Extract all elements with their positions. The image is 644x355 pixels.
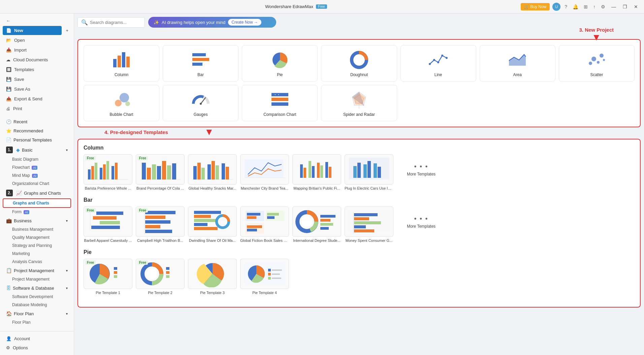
search-box[interactable]: 🔍 — [77, 17, 145, 28]
templates-label: Templates — [14, 67, 34, 72]
chart-type-comparison[interactable]: Comparison Chart — [242, 85, 318, 121]
titlebar: Wondershare EdrawMax Free 🛒 Buy Now U ? … — [0, 0, 644, 13]
template-fiction[interactable]: Global Fiction Book Sales B... — [240, 206, 289, 243]
more-column-templates[interactable]: • • • More Templates — [397, 154, 446, 185]
svg-rect-117 — [354, 213, 378, 216]
sidebar-item-org-chart[interactable]: Organizational Chart — [3, 180, 71, 188]
template-money-consumer[interactable]: Money Spent Consumer G... — [345, 206, 393, 243]
chart-type-column[interactable]: Column — [84, 45, 159, 82]
chart-type-scatter[interactable]: Scatter — [559, 45, 635, 82]
sidebar-item-graphs-charts[interactable]: Graphs and Charts — [3, 198, 71, 208]
template-pie-3[interactable]: Pie Template 3 — [188, 259, 237, 295]
chart-type-bar[interactable]: Bar — [163, 45, 238, 82]
template-brand-pct[interactable]: Free — [136, 154, 185, 190]
sidebar-item-marketing[interactable]: Marketing — [3, 250, 71, 258]
new-plus-button[interactable]: + — [63, 26, 71, 35]
template-oil-thumb — [188, 206, 237, 237]
template-pie-2[interactable]: Free — [136, 259, 185, 295]
template-manchester[interactable]: Manchester City Brand Tea... — [240, 154, 289, 190]
svg-rect-2 — [122, 52, 125, 67]
settings-icon[interactable]: ⚙ — [600, 3, 607, 10]
maximize-button[interactable]: ❐ — [621, 3, 629, 10]
bell-icon[interactable]: 🔔 — [571, 3, 580, 10]
close-button[interactable]: ✕ — [632, 3, 640, 10]
sidebar-item-recent[interactable]: 🕐 Recent — [3, 117, 71, 126]
svg-point-21 — [115, 100, 122, 106]
business-chevron: ▾ — [66, 219, 68, 223]
chart-type-area[interactable]: Area — [480, 45, 555, 82]
template-intl-degree[interactable]: International Degree Stude... — [292, 206, 341, 243]
chart-type-pie[interactable]: Pie — [242, 45, 318, 82]
template-campbell[interactable]: Free — [136, 206, 185, 243]
back-button[interactable]: ← — [3, 16, 71, 25]
sidebar-item-software-dev[interactable]: Software Development — [3, 293, 71, 301]
template-barbell[interactable]: Free — [84, 206, 132, 243]
user-avatar[interactable]: U — [552, 3, 560, 11]
section-business-header[interactable]: 💼 Business ▾ — [3, 216, 71, 225]
grid-icon[interactable]: ⊞ — [582, 3, 589, 10]
cloud-icon: ☁ — [6, 57, 10, 62]
software-label: Software & Database — [13, 286, 54, 291]
sidebar-item-quality-mgmt[interactable]: Quality Management — [3, 233, 71, 241]
sidebar-item-floor-plan[interactable]: Floor Plan — [3, 318, 71, 326]
template-oil[interactable]: Dwindling Share Of Oil Ma... — [188, 206, 237, 243]
graphs-icon: 📈 — [16, 190, 22, 196]
chart-type-gauges[interactable]: Gauges — [163, 85, 238, 121]
free-badge-campbell: Free — [137, 208, 148, 213]
export-button[interactable]: 📤 Export & Send — [3, 94, 71, 103]
section-project-header[interactable]: 📋 Project Management ▾ — [3, 266, 71, 275]
templates-button[interactable]: 🔲 Templates — [3, 65, 71, 74]
svg-rect-112 — [320, 215, 335, 218]
sidebar-item-analysis[interactable]: Analysis Canvas — [3, 258, 71, 266]
account-button[interactable]: 👤 Account — [3, 334, 71, 343]
sidebar-item-mind-map[interactable]: Mind Map AI — [3, 171, 71, 180]
template-electric-cars-thumb — [345, 154, 393, 185]
section-floor-header[interactable]: 🏠 Floor Plan ▾ — [3, 309, 71, 318]
chart-type-bubble[interactable]: Bubble Chart — [84, 85, 159, 121]
template-global-snacks[interactable]: Global Healthy Snacks Mar... — [188, 154, 237, 190]
new-button[interactable]: 📄 New — [3, 26, 62, 35]
open-button[interactable]: 📂 Open — [3, 36, 71, 45]
section-software-header[interactable]: 🗄 Software & Database ▾ — [3, 283, 71, 293]
sidebar-item-project-mgmt[interactable]: Project Management — [3, 275, 71, 283]
template-pie-1[interactable]: Free — [84, 259, 132, 295]
sidebar-item-business-mgmt[interactable]: Business Management — [3, 225, 71, 233]
svg-point-16 — [589, 62, 592, 65]
free-badge-brand: Free — [137, 156, 148, 160]
chart-type-line[interactable]: Line — [400, 45, 476, 82]
chart-type-spider[interactable]: Spider and Radar — [321, 85, 397, 121]
svg-point-22 — [120, 93, 129, 102]
sidebar-item-form[interactable]: Form AI — [3, 208, 71, 216]
options-button[interactable]: ⚙ Options — [3, 343, 71, 352]
section-basic-header[interactable]: 1. ◆ Basic ▾ — [3, 144, 71, 155]
search-input[interactable] — [90, 20, 137, 25]
help-icon[interactable]: ? — [563, 3, 569, 10]
template-pie-4[interactable]: Pie Template 4 — [240, 259, 289, 295]
save-button[interactable]: 💾 Save — [3, 75, 71, 84]
template-mapping-britain[interactable]: Mapping Britian's Public Fi... — [292, 154, 341, 190]
save-as-button[interactable]: 💾 Save As — [3, 85, 71, 94]
chart-type-doughnut[interactable]: Doughnut — [321, 45, 397, 82]
template-electric-cars[interactable]: Plug In Electric Cars Use In ... — [345, 154, 393, 190]
sidebar-item-basic-diagram[interactable]: Basic Diagram — [3, 155, 71, 163]
share-icon[interactable]: ↑ — [592, 3, 597, 10]
cloud-button[interactable]: ☁ Cloud Documents — [3, 55, 71, 64]
template-manchester-name: Manchester City Brand Tea... — [240, 186, 289, 190]
sidebar-item-recommended[interactable]: ⭐ Recommended — [3, 126, 71, 135]
print-button[interactable]: 🖨 Print — [3, 104, 71, 113]
import-button[interactable]: 📥 Import — [3, 45, 71, 55]
floor-chevron: ▾ — [66, 312, 68, 316]
account-label: Account — [14, 336, 30, 341]
sidebar-item-database-modeling[interactable]: Database Modeling — [3, 301, 71, 309]
create-now-button[interactable]: Create Now → — [228, 19, 261, 26]
more-bar-templates[interactable]: • • • More Templates — [397, 206, 446, 237]
svg-rect-43 — [100, 168, 102, 180]
sidebar-item-strategy[interactable]: Strategy and Planning — [3, 241, 71, 250]
section-graphs-header[interactable]: 2. 📈 Graphs and Charts — [3, 188, 71, 198]
sidebar-item-flowchart[interactable]: Flowchart AI — [3, 163, 71, 171]
template-pie-4-name: Pie Template 4 — [240, 291, 289, 295]
sidebar-item-personal-templates[interactable]: 📄 Personal Templates — [3, 135, 71, 144]
template-barista[interactable]: Free — [84, 154, 132, 190]
minimize-button[interactable]: — — [609, 3, 618, 10]
buy-now-button[interactable]: 🛒 Buy Now — [521, 3, 550, 10]
